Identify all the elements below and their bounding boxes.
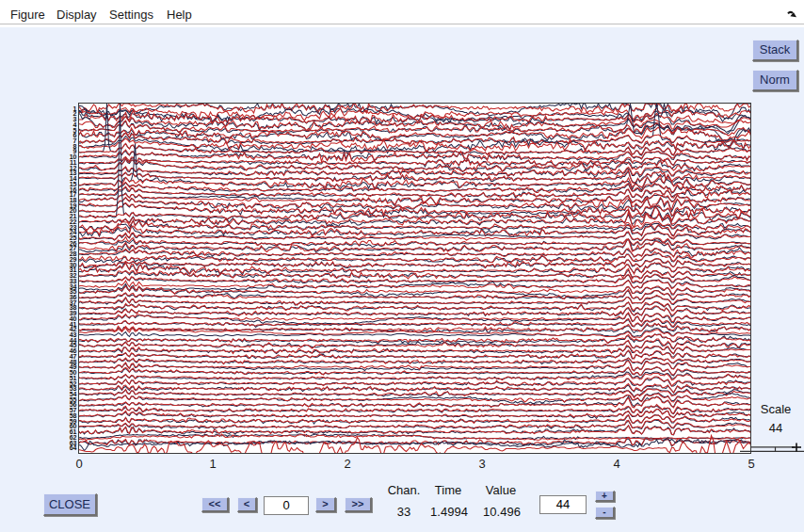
svg-text:0: 0: [75, 457, 82, 471]
svg-text:5: 5: [748, 457, 754, 471]
svg-text:4: 4: [613, 457, 619, 471]
svg-text:64: 64: [70, 444, 77, 451]
svg-text:1: 1: [209, 457, 216, 471]
svg-text:2: 2: [344, 457, 350, 471]
svg-text:3: 3: [478, 457, 485, 471]
